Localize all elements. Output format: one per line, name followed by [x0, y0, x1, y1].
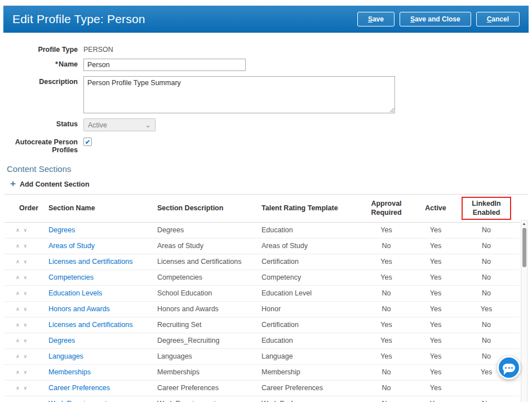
- section-name-cell: Competencies: [45, 273, 154, 281]
- save-and-close-button[interactable]: Save and Close: [400, 12, 471, 26]
- section-name-cell: Degrees: [45, 337, 154, 344]
- linkedin-enabled-label: LinkedIn Enabled: [472, 200, 500, 217]
- section-name-link[interactable]: Career Preferences: [48, 384, 110, 392]
- section-name-cell: Languages: [45, 352, 154, 360]
- vertical-scrollbar[interactable]: [521, 220, 527, 402]
- linkedin-enabled-cell: No: [458, 226, 515, 234]
- section-name-link[interactable]: Memberships: [48, 368, 91, 376]
- save-button[interactable]: Save: [357, 12, 394, 26]
- move-down-icon[interactable]: [24, 307, 28, 312]
- scrollbar-thumb[interactable]: [522, 228, 526, 267]
- approval-required-cell: Yes: [360, 226, 413, 234]
- move-up-icon[interactable]: [16, 338, 20, 343]
- section-name-cell: Honors and Awards: [45, 305, 154, 313]
- add-content-section-button[interactable]: Add Content Section: [10, 180, 90, 188]
- move-up-icon[interactable]: [16, 291, 20, 296]
- linkedin-enabled-cell: No: [458, 337, 515, 344]
- approval-required-cell: No: [360, 289, 413, 297]
- move-down-icon[interactable]: [24, 370, 28, 375]
- talent-rating-template-cell: Education: [258, 226, 360, 234]
- section-description-cell: Career Preferences: [154, 384, 258, 392]
- section-description-cell: Languages: [154, 352, 258, 360]
- description-input[interactable]: Person Profile Type Summary: [83, 76, 395, 113]
- column-header-section-name: Section Name: [45, 201, 154, 215]
- move-down-icon[interactable]: [24, 291, 28, 296]
- move-down-icon[interactable]: [24, 259, 28, 264]
- move-up-icon[interactable]: [16, 259, 20, 264]
- section-description-cell: Memberships: [154, 368, 258, 376]
- table-row: Languages Languages Language Yes Yes No: [5, 349, 520, 365]
- section-description-cell: School Education: [154, 289, 258, 297]
- annotation-highlight-box: LinkedIn Enabled: [462, 197, 511, 220]
- order-cell: [5, 323, 45, 328]
- cancel-button[interactable]: Cancel: [476, 12, 520, 26]
- move-up-icon[interactable]: [16, 307, 20, 312]
- active-cell: Yes: [413, 352, 458, 360]
- move-down-icon[interactable]: [24, 244, 28, 249]
- section-description-cell: Degrees_Recruiting: [154, 337, 258, 344]
- move-up-icon[interactable]: [16, 386, 20, 391]
- move-up-icon[interactable]: [16, 354, 20, 359]
- linkedin-enabled-cell: No: [458, 242, 515, 250]
- move-down-icon[interactable]: [24, 275, 28, 280]
- approval-required-cell: No: [360, 400, 413, 402]
- order-cell: [5, 354, 45, 359]
- order-cell: [5, 338, 45, 343]
- section-name-link[interactable]: Work Requirements: [48, 400, 110, 402]
- order-cell: [5, 370, 45, 375]
- autocreate-checkbox[interactable]: [83, 138, 92, 146]
- section-name-link[interactable]: Licenses and Certifications: [48, 321, 132, 329]
- talent-rating-template-cell: Certification: [258, 321, 360, 329]
- table-row: Licenses and Certifications Licenses and…: [5, 254, 520, 270]
- name-input[interactable]: [83, 59, 246, 71]
- order-cell: [5, 244, 45, 249]
- move-down-icon[interactable]: [24, 386, 28, 391]
- status-label: Status: [3, 118, 83, 128]
- move-down-icon[interactable]: [24, 228, 28, 233]
- move-up-icon[interactable]: [16, 228, 20, 233]
- section-description-cell: Recruiting Set: [154, 321, 258, 329]
- approval-required-cell: Yes: [360, 321, 413, 329]
- move-up-icon[interactable]: [16, 275, 20, 280]
- profile-type-row: Profile Type PERSON: [3, 44, 529, 54]
- section-description-cell: Degrees: [154, 226, 258, 234]
- linkedin-enabled-cell: No: [458, 289, 515, 297]
- active-cell: Yes: [413, 273, 458, 281]
- section-name-link[interactable]: Languages: [48, 352, 83, 360]
- move-up-icon[interactable]: [16, 244, 20, 249]
- talent-rating-template-cell: Language: [258, 352, 360, 360]
- move-up-icon[interactable]: [16, 323, 20, 328]
- talent-rating-template-cell: Membership: [258, 368, 360, 376]
- section-name-link[interactable]: Competencies: [48, 273, 94, 281]
- plus-icon: [10, 180, 16, 188]
- approval-required-cell: No: [360, 242, 413, 250]
- chat-button[interactable]: [497, 356, 521, 379]
- description-row: Description Person Profile Type Summary: [3, 76, 529, 113]
- approval-required-cell: Yes: [360, 352, 413, 360]
- status-select-value: Active: [88, 121, 107, 129]
- active-cell: Yes: [413, 242, 458, 250]
- move-down-icon[interactable]: [24, 354, 28, 359]
- order-cell: [5, 228, 45, 233]
- scroll-up-icon[interactable]: [522, 220, 526, 227]
- section-name-link[interactable]: Education Levels: [48, 289, 102, 297]
- section-name-link[interactable]: Degrees: [48, 337, 75, 344]
- linkedin-enabled-cell: Yes: [458, 305, 515, 313]
- active-cell: Yes: [413, 321, 458, 329]
- section-name-cell: Degrees: [45, 226, 154, 234]
- section-name-link[interactable]: Licenses and Certifications: [48, 258, 132, 266]
- table-body: Degrees Degrees Education Yes Yes No Are…: [5, 223, 520, 402]
- active-cell: Yes: [413, 368, 458, 376]
- linkedin-enabled-cell: No: [458, 400, 515, 402]
- content-sections-heading: Content Sections: [7, 164, 529, 174]
- order-cell: [5, 291, 45, 296]
- talent-rating-template-cell: Education: [258, 337, 360, 344]
- move-down-icon[interactable]: [24, 338, 28, 343]
- section-name-link[interactable]: Honors and Awards: [48, 305, 110, 313]
- section-name-link[interactable]: Areas of Study: [48, 242, 95, 250]
- section-description-cell: Honors and Awards: [154, 305, 258, 313]
- order-cell: [5, 386, 45, 391]
- move-up-icon[interactable]: [16, 370, 20, 375]
- section-name-link[interactable]: Degrees: [48, 226, 75, 234]
- move-down-icon[interactable]: [24, 323, 28, 328]
